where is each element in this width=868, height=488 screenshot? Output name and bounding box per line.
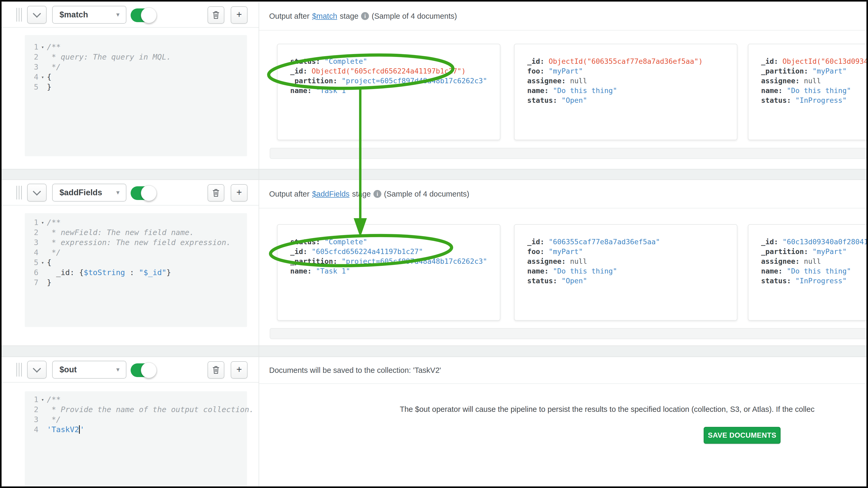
stage-output-header: Output after $addFields stage (Sample of… <box>258 180 868 208</box>
code-line: 1/** <box>25 395 247 404</box>
field-value: null <box>570 77 587 85</box>
preview-scrollbar[interactable] <box>270 328 867 339</box>
collapse-stage-button[interactable] <box>27 361 46 379</box>
document-field: foo"myPart" <box>527 66 729 76</box>
field-value: "606355caf77e8a7ad36ef5aa" <box>549 238 660 246</box>
stage-header: $match <box>0 2 258 28</box>
field-value: "Open" <box>561 277 587 285</box>
document-field: status"Complete" <box>290 237 492 247</box>
document-field: _id"60c13d09340a0f280410 <box>761 237 868 247</box>
add-stage-button[interactable] <box>231 184 248 202</box>
field-value: "Complete" <box>324 238 367 246</box>
code-line: 2 * query: The query in MQL. <box>25 52 247 62</box>
aggregation-pipeline-builder: $match Output after $match stage (Sample… <box>0 0 868 488</box>
stage-operator-label: $match <box>60 10 115 20</box>
stage-code-editor[interactable]: 1/** 2 * query: The query in MQL. 3 */ 4… <box>25 35 247 156</box>
document-card[interactable]: _idObjectId("60c13d09340 _partition"myPa… <box>748 44 868 140</box>
stage-operator-select[interactable]: $addFields <box>52 184 126 202</box>
document-card[interactable]: status"Complete" _idObjectId("605cfcd656… <box>277 44 500 140</box>
document-field: _partition"myPart" <box>761 66 868 76</box>
code-line: 2 * newField: The new field name. <box>25 227 247 237</box>
stage-enabled-toggle[interactable] <box>131 8 155 22</box>
document-field: _partition"project=605cf897d48a48b17c626… <box>290 76 492 86</box>
info-icon[interactable] <box>373 190 381 198</box>
fold-icon[interactable] <box>38 397 47 402</box>
field-value: "project=605cf897d48a48b17c6262c3" <box>342 257 487 265</box>
collapse-stage-button[interactable] <box>27 6 46 24</box>
field-value: "project=605cf897d48a48b17c6262c3" <box>342 77 487 85</box>
toggle-knob <box>141 7 157 23</box>
stage-divider <box>0 169 868 180</box>
delete-stage-button[interactable] <box>208 184 224 202</box>
fold-icon[interactable] <box>38 74 47 80</box>
info-icon[interactable] <box>361 12 369 20</box>
code-line: 3 * expression: The new field expression… <box>25 237 247 248</box>
document-card[interactable]: _idObjectId("606355caf77e8a7ad36ef5aa") … <box>514 44 737 140</box>
document-field: _partition"project=605cf897d48a48b17c626… <box>290 256 492 266</box>
preview-scrollbar[interactable] <box>270 148 867 159</box>
field-value: "myPart" <box>549 67 583 75</box>
out-description: The $out operator will cause the pipelin… <box>400 405 814 414</box>
stage-code-editor[interactable]: 1/** 2 * newField: The new field name. 3… <box>25 213 247 327</box>
field-value: "Do this thing" <box>787 86 851 94</box>
document-card[interactable]: _id"60c13d09340a0f280410 _partition"myPa… <box>748 224 868 321</box>
stage-operator-select[interactable]: $match <box>52 6 126 24</box>
field-value: "Open" <box>561 96 587 104</box>
field-value: ObjectId("605cfcd656224a41197b1c27") <box>312 67 466 75</box>
document-field: assigneenull <box>761 76 868 86</box>
stage-operator-label: $out <box>60 365 115 374</box>
document-field: name"Task 1" <box>290 86 492 95</box>
document-field: _idObjectId("605cfcd656224a41197b1c27") <box>290 66 492 76</box>
stage-enabled-toggle[interactable] <box>131 186 155 200</box>
delete-stage-button[interactable] <box>208 6 224 24</box>
field-value: "myPart" <box>549 248 583 256</box>
fold-icon[interactable] <box>38 44 47 50</box>
document-field: status"InProgress" <box>761 276 868 286</box>
document-field: status"Open" <box>527 95 729 105</box>
save-documents-button[interactable]: SAVE DOCUMENTS <box>704 427 781 444</box>
document-field: name"Do this thing" <box>761 266 868 276</box>
document-field: _partition"myPart" <box>761 247 868 256</box>
trash-icon <box>212 10 220 20</box>
toggle-knob <box>141 185 157 201</box>
fold-icon[interactable] <box>38 220 47 225</box>
code-line: 3 */ <box>25 414 247 425</box>
drag-handle[interactable] <box>16 186 25 199</box>
stage-enabled-toggle[interactable] <box>131 363 155 377</box>
field-value: ObjectId("60c13d09340 <box>782 57 868 65</box>
output-prefix: Output after <box>269 12 309 21</box>
output-mid: stage <box>352 190 371 198</box>
collapse-stage-button[interactable] <box>27 184 46 202</box>
drag-handle[interactable] <box>16 8 25 22</box>
add-stage-button[interactable] <box>231 6 248 24</box>
document-field: name"Do this thing" <box>527 86 729 95</box>
out-collection-label: Documents will be saved to the collectio… <box>269 366 441 375</box>
document-card[interactable]: _id"606355caf77e8a7ad36ef5aa" foo"myPart… <box>514 224 737 321</box>
sample-count-label: (Sample of 4 documents) <box>372 12 457 21</box>
field-value: "Task 1" <box>316 267 350 275</box>
stage-doc-link[interactable]: $match <box>312 12 337 21</box>
stage-output-header: Documents will be saved to the collectio… <box>258 357 868 384</box>
field-value: null <box>804 77 821 85</box>
delete-stage-button[interactable] <box>208 361 224 379</box>
stage-doc-link[interactable]: $addFields <box>312 190 349 198</box>
document-card[interactable]: status"Complete" _id"605cfcd656224a41197… <box>277 224 500 321</box>
stage-row-out: $out Documents will be saved to the coll… <box>0 357 868 486</box>
field-value: "myPart" <box>812 67 847 75</box>
drag-handle[interactable] <box>16 363 25 377</box>
document-field: _id"605cfcd656224a41197b1c27" <box>290 247 492 256</box>
field-value: ObjectId("606355caf77e8a7ad36ef5aa") <box>549 57 703 65</box>
document-field: name"Do this thing" <box>761 86 868 95</box>
stage-row-match: $match Output after $match stage (Sample… <box>0 2 868 169</box>
column-divider <box>258 2 259 486</box>
output-prefix: Output after <box>269 190 309 198</box>
stage-code-editor[interactable]: 1/** 2 * Provide the name of the output … <box>25 391 247 488</box>
code-line: 5} <box>25 82 247 92</box>
field-value: "InProgress" <box>795 96 847 104</box>
stage-header: $out <box>0 357 258 382</box>
stage-operator-select[interactable]: $out <box>52 361 126 379</box>
field-value: "Complete" <box>324 57 367 65</box>
fold-icon[interactable] <box>38 260 47 265</box>
document-field: assigneenull <box>761 256 868 266</box>
add-stage-button[interactable] <box>231 361 248 379</box>
